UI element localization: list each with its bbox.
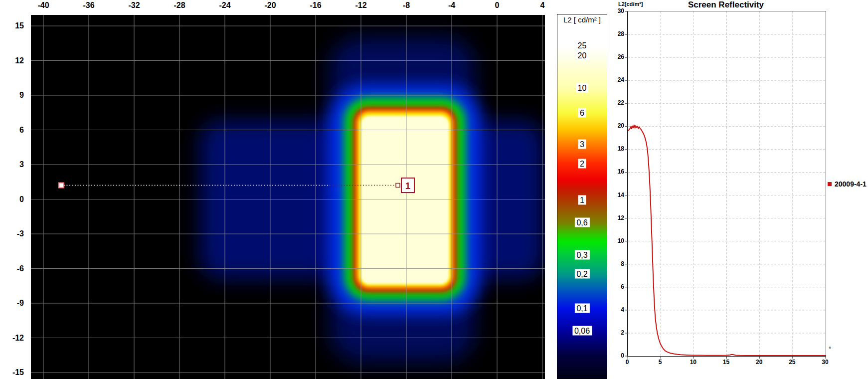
chart-title: Screen Reflectivity <box>688 0 764 10</box>
heatmap-x-tick-label: -8 <box>403 1 410 10</box>
chart-y-tick-label: 24 <box>601 76 624 84</box>
colorbar-scale-label: 6 <box>578 108 586 118</box>
heatmap-y-tick-label: -3 <box>0 229 24 239</box>
chart-legend: 20009-4-1 <box>828 180 867 189</box>
colorbar-scale-label: 25 <box>576 41 589 50</box>
chart-x-tick-label: 10 <box>690 359 696 366</box>
chart-y-tick-label: 28 <box>601 30 624 38</box>
heatmap-x-tick-label: -36 <box>83 1 94 10</box>
heatmap-x-tick-label: -16 <box>310 1 321 10</box>
heatmap-x-tick-label: -32 <box>128 1 140 10</box>
chart-x-tick-label: 20 <box>756 359 762 366</box>
heatmap-x-tick-label: -24 <box>219 1 230 10</box>
heatmap-x-tick-label: -28 <box>174 1 185 10</box>
heatmap-y-tick-label: -12 <box>0 333 24 343</box>
luminance-map: 1 <box>31 15 545 379</box>
heatmap-y-tick-label: 0 <box>0 194 24 204</box>
heatmap-x-tick-label: -4 <box>448 1 455 10</box>
colorbar-scale-label: 0,3 <box>574 250 589 260</box>
colorbar-scale-label: 1 <box>578 195 586 205</box>
legend-series-label: 20009-4-1 <box>835 180 867 188</box>
chart-y-tick-label: 14 <box>601 191 624 199</box>
heatmap-x-tick-label: -20 <box>264 1 276 10</box>
colorbar-scale-label: 0,06 <box>572 326 592 336</box>
heatmap-y-tick-label: -6 <box>0 264 24 274</box>
chart-x-unit-label: ° <box>829 345 831 353</box>
heatmap-y-tick-label: 12 <box>0 56 24 66</box>
reflectivity-plot <box>627 11 826 357</box>
chart-y-tick-label: 4 <box>601 306 624 314</box>
chart-y-axis-label: L2[cd/m²] <box>618 1 643 7</box>
colorbar-scale-label: 0,2 <box>574 269 589 279</box>
heatmap-x-tick-label: 4 <box>540 1 545 10</box>
chart-tick-marks <box>625 11 826 359</box>
chart-x-tick-label: 30 <box>822 359 828 366</box>
heatmap-x-tick-label: 0 <box>495 1 500 10</box>
chart-y-tick-label: 16 <box>601 168 624 176</box>
chart-y-tick-label: 18 <box>601 145 624 153</box>
colorbar-scale-label: 0,6 <box>574 218 589 227</box>
chart-y-tick-label: 20 <box>601 122 624 130</box>
colorbar-scale-label: 2 <box>578 159 586 169</box>
marker-1-label: 1 <box>405 181 411 191</box>
legend-marker-icon <box>828 182 832 186</box>
chart-x-tick-label: 25 <box>789 359 795 366</box>
chart-grid <box>628 11 826 356</box>
heatmap-x-tick-label: -12 <box>355 1 366 10</box>
heatmap-y-tick-label: 6 <box>0 125 24 135</box>
chart-x-tick-label: 5 <box>659 359 662 366</box>
chart-y-tick-label: 12 <box>601 214 624 222</box>
colorbar-title: L2 [ cd/m² ] <box>563 15 601 24</box>
chart-y-tick-label: 8 <box>601 260 624 268</box>
chart-y-tick-label: 30 <box>601 7 624 15</box>
colorbar-scale-label: 10 <box>576 83 589 93</box>
heatmap-y-tick-label: 3 <box>0 160 24 170</box>
colorbar-scale-label: 0,1 <box>574 304 589 313</box>
marker-1-box[interactable]: 1 <box>401 178 414 192</box>
chart-y-tick-label: 2 <box>601 329 624 337</box>
colorbar-scale-label: 3 <box>578 140 586 149</box>
heatmap-y-tick-label: 9 <box>0 90 24 100</box>
chart-y-tick-label: 26 <box>601 53 624 61</box>
measurement-start-point[interactable] <box>59 183 64 188</box>
colorbar-scale-label: 20 <box>576 51 589 60</box>
chart-x-tick-label: 0 <box>626 359 629 366</box>
luminance-colorbar: L2 [ cd/m² ] 25201063210,60,30,20,10,06 <box>557 14 607 379</box>
heatmap-y-tick-label: 15 <box>0 21 24 31</box>
heatmap-x-tick-label: -40 <box>37 1 49 10</box>
heatmap-y-tick-label: -9 <box>0 298 24 308</box>
heatmap-y-tick-label: -15 <box>0 368 24 378</box>
chart-y-tick-label: 0 <box>601 352 624 360</box>
chart-x-tick-label: 15 <box>723 359 729 366</box>
chart-y-tick-label: 10 <box>601 237 624 245</box>
chart-y-tick-label: 22 <box>601 99 624 107</box>
chart-y-tick-label: 6 <box>601 283 624 291</box>
measurement-end-point[interactable] <box>396 184 400 188</box>
